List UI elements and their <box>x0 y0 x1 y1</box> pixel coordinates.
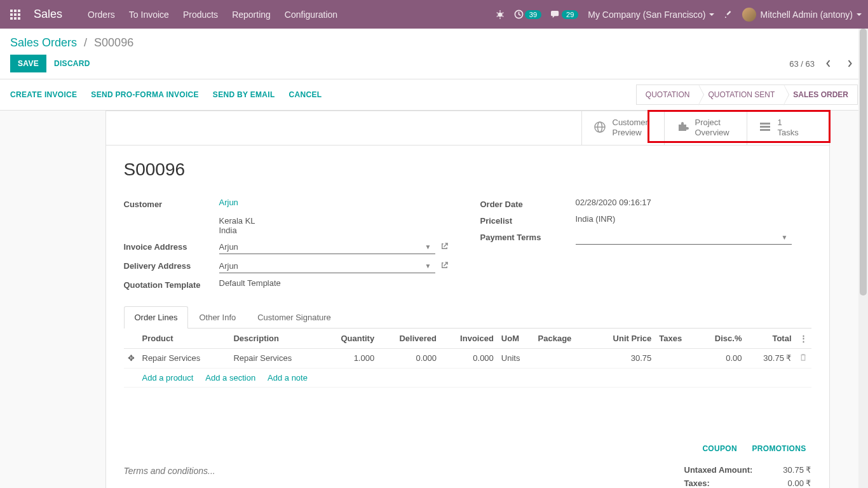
chevron-down-icon <box>857 13 862 16</box>
pager-prev[interactable] <box>820 55 836 72</box>
kebab-icon[interactable]: ⋮ <box>799 334 808 343</box>
project-overview-button[interactable]: Project Overview <box>664 111 747 145</box>
cell-package[interactable] <box>534 348 592 368</box>
apps-icon[interactable] <box>6 6 24 24</box>
cell-product[interactable]: Repair Services <box>139 348 230 368</box>
stat-label: Preview <box>613 128 648 138</box>
svg-line-12 <box>497 12 498 13</box>
th-total: Total <box>746 329 796 349</box>
nav-links: Orders To Invoice Products Reporting Con… <box>88 10 337 20</box>
nav-to-invoice[interactable]: To Invoice <box>129 10 169 20</box>
payment-terms-input[interactable] <box>576 233 778 242</box>
status-quotation[interactable]: QUOTATION <box>636 85 700 105</box>
payment-terms-label: Payment Terms <box>480 231 576 242</box>
external-link-icon[interactable] <box>440 242 449 252</box>
stat-label: Overview <box>695 128 729 138</box>
cancel-button[interactable]: CANCEL <box>289 90 322 99</box>
order-date-value[interactable]: 02/28/2020 09:16:17 <box>576 198 811 207</box>
quotation-template-value[interactable]: Default Template <box>219 278 455 288</box>
taxes-value: 0.00 ₹ <box>788 478 811 488</box>
th-uom: UoM <box>498 329 534 349</box>
nav-orders[interactable]: Orders <box>88 10 115 20</box>
cell-taxes[interactable] <box>655 348 697 368</box>
add-note-link[interactable]: Add a note <box>268 373 308 383</box>
nav-reporting[interactable]: Reporting <box>232 10 271 20</box>
cell-invoiced[interactable]: 0.000 <box>440 348 498 368</box>
avatar <box>742 8 756 22</box>
globe-icon <box>593 121 606 135</box>
record-title: S00096 <box>124 159 811 180</box>
control-panel: Sales Orders / S00096 SAVE DISCARD 63 / … <box>0 29 868 79</box>
cell-disc[interactable]: 0.00 <box>698 348 746 368</box>
svg-rect-20 <box>760 123 770 125</box>
terms-input[interactable] <box>124 463 684 478</box>
cell-description[interactable]: Repair Services <box>229 348 321 368</box>
breadcrumb-root[interactable]: Sales Orders <box>10 36 77 49</box>
cell-uom[interactable]: Units <box>498 348 534 368</box>
user-name: Mitchell Admin (antony) <box>760 10 853 20</box>
invoice-address-input[interactable] <box>219 242 421 252</box>
invoice-address-label: Invoice Address <box>124 240 219 252</box>
svg-rect-4 <box>14 13 17 16</box>
svg-rect-21 <box>760 126 770 128</box>
debug-icon[interactable] <box>496 10 505 19</box>
tasks-icon <box>759 121 771 135</box>
untaxed-value: 30.75 ₹ <box>783 465 811 475</box>
svg-rect-22 <box>760 129 770 131</box>
chevron-down-icon[interactable]: ▼ <box>782 234 788 241</box>
company-switcher[interactable]: My Company (San Francisco) <box>588 10 714 20</box>
activities-badge: 39 <box>525 10 541 19</box>
table-row[interactable]: ✥ Repair Services Repair Services 1.000 … <box>124 348 811 368</box>
discard-button[interactable]: DISCARD <box>54 59 90 68</box>
address-line: India <box>219 226 455 235</box>
address-line: Kerala KL <box>219 216 455 226</box>
add-row: Add a product Add a section Add a note <box>124 368 811 387</box>
scrollbar[interactable] <box>858 29 868 488</box>
svg-rect-1 <box>14 10 17 12</box>
messages-icon[interactable]: 29 <box>551 10 578 19</box>
delivery-address-input[interactable] <box>219 261 421 271</box>
pricelist-value[interactable]: India (INR) <box>576 214 811 224</box>
chevron-down-icon[interactable]: ▼ <box>425 243 431 250</box>
cell-unit-price[interactable]: 30.75 <box>591 348 655 368</box>
add-section-link[interactable]: Add a section <box>205 373 255 383</box>
promotions-button[interactable]: PROMOTIONS <box>752 444 806 453</box>
breadcrumb: Sales Orders / S00096 <box>10 36 133 50</box>
tab-other-info[interactable]: Other Info <box>188 306 247 328</box>
chevron-down-icon[interactable]: ▼ <box>425 262 431 269</box>
quotation-template-label: Quotation Template <box>124 278 219 290</box>
customer-preview-button[interactable]: Customer Preview <box>581 111 664 145</box>
tasks-button[interactable]: 1 Tasks <box>747 111 829 145</box>
trash-icon[interactable] <box>796 348 811 368</box>
tab-customer-signature[interactable]: Customer Signature <box>247 306 342 328</box>
customer-link[interactable]: Arjun <box>219 198 238 207</box>
user-menu[interactable]: Mitchell Admin (antony) <box>742 8 862 22</box>
cell-quantity[interactable]: 1.000 <box>321 348 378 368</box>
save-button[interactable]: SAVE <box>10 55 46 72</box>
pager-next[interactable] <box>841 55 858 72</box>
add-product-link[interactable]: Add a product <box>142 373 194 383</box>
app-brand[interactable]: Sales <box>34 8 62 21</box>
send-email-button[interactable]: SEND BY EMAIL <box>213 90 275 99</box>
th-unit-price: Unit Price <box>591 329 655 349</box>
cell-delivered[interactable]: 0.000 <box>378 348 440 368</box>
status-quotation-sent[interactable]: QUOTATION SENT <box>699 85 784 105</box>
send-proforma-button[interactable]: SEND PRO-FORMA INVOICE <box>91 90 199 99</box>
svg-point-9 <box>498 12 502 17</box>
scrollbar-thumb[interactable] <box>860 29 867 295</box>
drag-handle-icon[interactable]: ✥ <box>124 348 139 368</box>
external-link-icon[interactable] <box>440 261 449 271</box>
cell-total[interactable]: 30.75 ₹ <box>746 348 796 368</box>
nav-products[interactable]: Products <box>183 10 218 20</box>
th-product: Product <box>139 329 230 349</box>
status-sales-order[interactable]: SALES ORDER <box>784 85 858 105</box>
activities-icon[interactable]: 39 <box>514 10 541 19</box>
tab-order-lines[interactable]: Order Lines <box>124 306 189 329</box>
coupon-button[interactable]: COUPON <box>702 444 736 453</box>
pager-count[interactable]: 63 / 63 <box>789 59 815 69</box>
tools-icon[interactable] <box>724 10 733 19</box>
svg-rect-3 <box>10 13 13 16</box>
nav-configuration[interactable]: Configuration <box>285 10 337 20</box>
create-invoice-button[interactable]: CREATE INVOICE <box>10 90 77 99</box>
stat-label: Customer <box>613 118 648 128</box>
